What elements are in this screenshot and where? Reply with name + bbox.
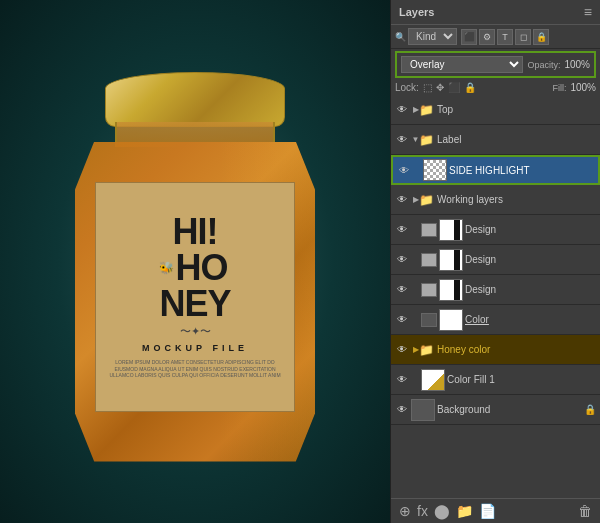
opacity-value[interactable]: 100%: [564, 59, 590, 70]
jar-bottom-text: LOREM IPSUM DOLOR AMET CONSECTETUR ADIPI…: [96, 359, 294, 379]
layer-name-honey-color: Honey color: [437, 344, 596, 355]
eye-icon-working-layers[interactable]: 👁: [395, 193, 409, 207]
layer-background[interactable]: 👁 Background 🔒: [391, 395, 600, 425]
layer-design2[interactable]: 👁 Design: [391, 245, 600, 275]
jar-body: HI! 🐝 HO NEY 〜✦〜 MOCKUP FILE LOREM IPSUM…: [75, 142, 315, 462]
brand-text: HI! 🐝 HO NEY: [159, 214, 230, 322]
layer-color-fill1[interactable]: 👁 Color Fill 1: [391, 365, 600, 395]
eye-icon-top[interactable]: 👁: [395, 103, 409, 117]
layer-thumb-background: [411, 399, 435, 421]
panel-footer: ⊕ fx ⬤ 📁 📄 🗑: [391, 498, 600, 523]
eye-icon-design2[interactable]: 👁: [395, 253, 409, 267]
filter-text-btn[interactable]: T: [497, 29, 513, 45]
filter-smart-btn[interactable]: 🔒: [533, 29, 549, 45]
layer-top[interactable]: 👁 ▶ 📁 Top: [391, 95, 600, 125]
folder-icon-honey: 📁: [419, 343, 434, 357]
filter-icons: ⬛ ⚙ T ◻ 🔒: [461, 29, 549, 45]
layer-side-highlight[interactable]: 👁 SIDE HIGHLIGHT: [391, 155, 600, 185]
layer-name-background: Background: [437, 404, 582, 415]
wings-row: 〜✦〜: [180, 324, 211, 339]
layer-name-working-layers: Working layers: [437, 194, 596, 205]
layer-label-folder[interactable]: 👁 ▼ 📁 Label: [391, 125, 600, 155]
eye-icon-design1[interactable]: 👁: [395, 223, 409, 237]
fill-label: Fill:: [552, 83, 566, 93]
eye-icon-design3[interactable]: 👁: [395, 283, 409, 297]
eye-icon-background[interactable]: 👁: [395, 403, 409, 417]
jar-lid: [105, 72, 285, 127]
layer-design1[interactable]: 👁 Design: [391, 215, 600, 245]
lock-label: Lock:: [395, 82, 419, 93]
jar-label: HI! 🐝 HO NEY 〜✦〜 MOCKUP FILE LOREM IPSUM…: [95, 182, 295, 412]
filter-kind-dropdown[interactable]: Kind: [408, 28, 457, 45]
panel-menu-icon[interactable]: ≡: [584, 4, 592, 20]
add-mask-btn[interactable]: ⬤: [434, 503, 450, 519]
eye-icon-label[interactable]: 👁: [395, 133, 409, 147]
eye-icon-side-highlight[interactable]: 👁: [397, 163, 411, 177]
filter-adjust-btn[interactable]: ⚙: [479, 29, 495, 45]
honey-jar: HI! 🐝 HO NEY 〜✦〜 MOCKUP FILE LOREM IPSUM…: [45, 52, 345, 472]
layer-extra-thumb-color: [421, 313, 437, 327]
eye-icon-color-link[interactable]: 👁: [395, 313, 409, 327]
jar-subtitle: MOCKUP FILE: [142, 343, 248, 353]
delete-layer-btn[interactable]: 🗑: [578, 503, 592, 519]
layer-thumb-color-fill1: [421, 369, 445, 391]
layers-panel: Layers ≡ 🔍 Kind ⬛ ⚙ T ◻ 🔒 Overlay Opacit…: [390, 0, 600, 523]
filter-pixel-btn[interactable]: ⬛: [461, 29, 477, 45]
layer-name-design1: Design: [465, 224, 596, 235]
layer-thumb-design1: [439, 219, 463, 241]
layer-thumb-color-link: [439, 309, 463, 331]
layer-honey-color[interactable]: 👁 ▶ 📁 Honey color: [391, 335, 600, 365]
layer-name-design3: Design: [465, 284, 596, 295]
layers-list: 👁 ▶ 📁 Top 👁 ▼ 📁 Label 👁: [391, 95, 600, 498]
left-wing: 〜✦〜: [180, 324, 211, 339]
layer-name-design2: Design: [465, 254, 596, 265]
blend-mode-dropdown[interactable]: Overlay: [401, 56, 523, 73]
folder-arrow-label: ▼: [412, 135, 420, 144]
lock-image-icon[interactable]: ✥: [436, 82, 444, 93]
folder-icon-label: 📁: [419, 133, 434, 147]
layer-working-layers[interactable]: 👁 ▶ 📁 Working layers: [391, 185, 600, 215]
lock-all-icon[interactable]: 🔒: [464, 82, 476, 93]
new-layer-btn[interactable]: 📄: [479, 503, 496, 519]
filter-label: 🔍: [395, 32, 406, 42]
layer-extra-thumb-design2: [421, 253, 437, 267]
lock-row: Lock: ⬚ ✥ ⬛ 🔒 Fill: 100%: [391, 80, 600, 95]
layer-color-link[interactable]: 👁 Color: [391, 305, 600, 335]
eye-icon-color-fill1[interactable]: 👁: [395, 373, 409, 387]
layer-extra-thumb-design1: [421, 223, 437, 237]
blend-mode-row: Overlay Opacity: 100%: [395, 51, 596, 78]
folder-icon-working: 📁: [419, 193, 434, 207]
filter-row: 🔍 Kind ⬛ ⚙ T ◻ 🔒: [391, 25, 600, 49]
layer-name-top: Top: [437, 104, 596, 115]
layer-name-color-fill1: Color Fill 1: [447, 374, 596, 385]
panel-header: Layers ≡: [391, 0, 600, 25]
canvas-area: HI! 🐝 HO NEY 〜✦〜 MOCKUP FILE LOREM IPSUM…: [0, 0, 390, 523]
fill-value[interactable]: 100%: [570, 82, 596, 93]
layer-thumb-label-folder: ▼ 📁: [411, 129, 435, 151]
layer-name-color-link: Color: [465, 314, 596, 325]
layer-thumb-top: ▶ 📁: [411, 99, 435, 121]
folder-icon-top: 📁: [419, 103, 434, 117]
lock-position-icon[interactable]: ⬛: [448, 82, 460, 93]
background-lock-icon: 🔒: [584, 404, 596, 415]
layer-thumb-design2: [439, 249, 463, 271]
layer-name-side-highlight: SIDE HIGHLIGHT: [449, 165, 594, 176]
layer-design3[interactable]: 👁 Design: [391, 275, 600, 305]
filter-shape-btn[interactable]: ◻: [515, 29, 531, 45]
panel-title: Layers: [399, 6, 434, 18]
layer-thumb-design3: [439, 279, 463, 301]
layer-thumb-working-layers: ▶ 📁: [411, 189, 435, 211]
eye-icon-honey-color[interactable]: 👁: [395, 343, 409, 357]
new-group-btn[interactable]: 📁: [456, 503, 473, 519]
layer-extra-thumb-design3: [421, 283, 437, 297]
layer-thumb-side-highlight: [423, 159, 447, 181]
layer-name-label-folder: Label: [437, 134, 596, 145]
link-layers-btn[interactable]: ⊕: [399, 503, 411, 519]
fx-btn[interactable]: fx: [417, 503, 428, 519]
layer-thumb-honey-folder: ▶ 📁: [411, 339, 435, 361]
opacity-label: Opacity:: [527, 60, 560, 70]
lock-transparency-icon[interactable]: ⬚: [423, 82, 432, 93]
